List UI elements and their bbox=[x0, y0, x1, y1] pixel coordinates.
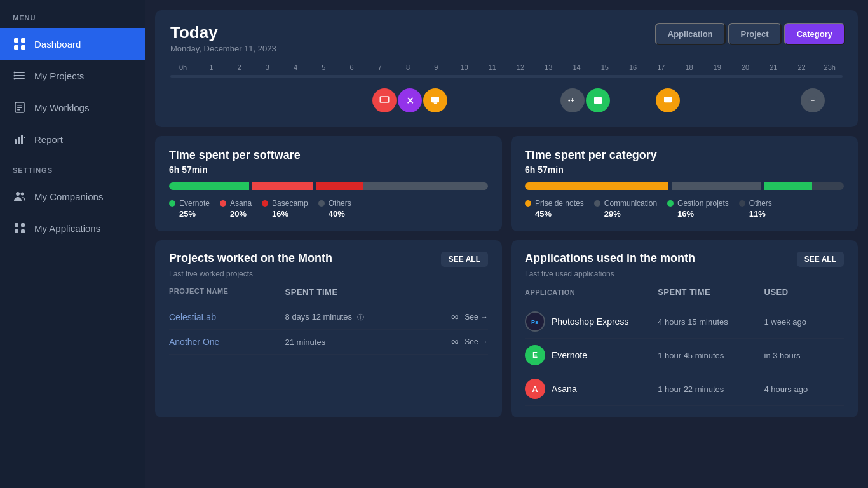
legend-notes-label: Prise de notes bbox=[535, 199, 584, 208]
applications-subtitle: Last five used applications bbox=[525, 269, 844, 278]
svg-rect-25 bbox=[381, 97, 388, 102]
sidebar-item-my-worklogs[interactable]: My Worklogs bbox=[0, 92, 145, 123]
today-card: Today Monday, December 11, 2023 Applicat… bbox=[155, 10, 858, 127]
hour-10: 10 bbox=[452, 64, 477, 71]
svg-rect-20 bbox=[15, 223, 18, 227]
software-seg-basecamp2 bbox=[316, 182, 363, 190]
sidebar-item-label: My Companions bbox=[34, 191, 103, 202]
sidebar-item-label: Dashboard bbox=[34, 39, 81, 50]
photoshop-spent: 4 hours 15 minutes bbox=[658, 317, 764, 327]
projects-table-header: PROJECT NAME SPENT TIME bbox=[169, 287, 488, 302]
legend-basecamp-label: Basecamp bbox=[272, 199, 308, 208]
svg-point-28 bbox=[568, 100, 570, 102]
svg-rect-1 bbox=[21, 38, 25, 43]
projects-see-all-button[interactable]: SEE ALL bbox=[441, 252, 488, 267]
svg-point-19 bbox=[21, 193, 24, 196]
project-name-celestialab[interactable]: CelestiaLab bbox=[169, 312, 285, 322]
time-per-category-card: Time spent per category 6h 57min Prise d… bbox=[511, 136, 858, 231]
sidebar-item-label: My Applications bbox=[34, 223, 100, 234]
sidebar-item-report[interactable]: Report bbox=[0, 123, 145, 155]
hour-18: 18 bbox=[677, 64, 702, 71]
project-actions-celestialab: ∞ See → bbox=[401, 311, 488, 323]
timeline: 0h 1 2 3 4 5 6 7 8 9 10 11 12 13 14 15 1… bbox=[170, 64, 843, 114]
hour-3: 3 bbox=[255, 64, 280, 71]
main-content: Today Monday, December 11, 2023 Applicat… bbox=[145, 0, 868, 488]
photoshop-avatar: Ps bbox=[525, 311, 545, 332]
applications-see-all-button[interactable]: SEE ALL bbox=[797, 252, 844, 267]
legend-others-sw: Others 40% bbox=[318, 199, 351, 219]
see-link-anotherone[interactable]: See → bbox=[465, 337, 488, 346]
project-actions-anotherone: ∞ See → bbox=[401, 336, 488, 348]
tab-category[interactable]: Category bbox=[784, 23, 845, 45]
hour-12: 12 bbox=[508, 64, 533, 71]
hour-11: 11 bbox=[480, 64, 505, 71]
table-row: E Evernote 1 hour 45 minutes in 3 hours bbox=[525, 339, 844, 372]
companions-icon bbox=[13, 189, 27, 203]
applications-icon bbox=[13, 221, 27, 235]
sidebar-item-my-projects[interactable]: My Projects bbox=[0, 60, 145, 92]
legend-others-cat-pct: 11% bbox=[739, 209, 772, 219]
app-asana: A Asana bbox=[525, 379, 658, 399]
svg-rect-13 bbox=[17, 109, 20, 111]
cat-seg-others bbox=[812, 182, 844, 190]
tab-project[interactable]: Project bbox=[728, 23, 782, 45]
photoshop-used: 1 week ago bbox=[764, 317, 844, 327]
legend-asana-label: Asana bbox=[230, 199, 252, 208]
timeline-dots: ✕ bbox=[170, 86, 843, 114]
col-project-spent: SPENT TIME bbox=[285, 287, 402, 297]
sidebar-item-label: My Projects bbox=[34, 71, 84, 81]
timeline-bar bbox=[170, 75, 843, 78]
activity-dot-6 bbox=[656, 88, 680, 112]
cat-seg-notes bbox=[525, 182, 668, 190]
worklogs-icon bbox=[13, 100, 27, 114]
activity-dot-4 bbox=[560, 88, 585, 112]
col-app-name: APPLICATION bbox=[525, 287, 658, 297]
tab-application[interactable]: Application bbox=[655, 23, 726, 45]
activity-dot-1 bbox=[372, 88, 397, 112]
software-seg-others bbox=[363, 182, 488, 190]
svg-rect-4 bbox=[15, 72, 25, 73]
see-link-celestialab[interactable]: See → bbox=[465, 313, 488, 322]
svg-rect-32 bbox=[664, 97, 672, 102]
today-date: Monday, December 11, 2023 bbox=[170, 44, 843, 53]
svg-rect-22 bbox=[15, 229, 18, 233]
sidebar-item-label: Report bbox=[34, 134, 63, 145]
menu-label: MENU bbox=[0, 0, 145, 28]
legend-others-cat-label: Others bbox=[749, 199, 772, 208]
info-icon: ⓘ bbox=[357, 313, 364, 321]
col-app-spent: SPENT TIME bbox=[658, 287, 764, 297]
hour-13: 13 bbox=[536, 64, 561, 71]
projects-subtitle: Last five worked projects bbox=[169, 269, 488, 278]
activity-dot-2: ✕ bbox=[398, 88, 422, 112]
cat-seg-gestion bbox=[764, 182, 811, 190]
dashboard-icon bbox=[13, 37, 27, 51]
hour-2: 2 bbox=[227, 64, 252, 71]
legend-comm-label: Communication bbox=[604, 199, 657, 208]
project-name-anotherone[interactable]: Another One bbox=[169, 337, 285, 347]
svg-rect-6 bbox=[15, 78, 25, 79]
legend-others-sw-pct: 40% bbox=[318, 209, 351, 219]
legend-notes-pct: 45% bbox=[525, 209, 584, 219]
sidebar-item-my-applications[interactable]: My Applications bbox=[0, 212, 145, 244]
svg-rect-0 bbox=[14, 38, 18, 43]
sidebar-item-dashboard[interactable]: Dashboard bbox=[0, 28, 145, 60]
table-row: A Asana 1 hour 22 minutes 4 hours ago bbox=[525, 372, 844, 406]
infinity-icon-2: ∞ bbox=[451, 336, 458, 348]
project-spent-celestialab: 8 days 12 minutes ⓘ bbox=[285, 312, 402, 322]
svg-rect-3 bbox=[21, 45, 25, 50]
timeline-hours: 0h 1 2 3 4 5 6 7 8 9 10 11 12 13 14 15 1… bbox=[170, 64, 843, 71]
legend-comm-pct: 29% bbox=[594, 209, 657, 219]
sidebar-item-my-companions[interactable]: My Companions bbox=[0, 180, 145, 212]
category-legend: Prise de notes 45% Communication 29% Ges… bbox=[525, 199, 844, 219]
time-per-software-card: Time spent per software 6h 57min Evernot… bbox=[155, 136, 502, 231]
today-tabs: Application Project Category bbox=[653, 23, 845, 45]
svg-text:Ps: Ps bbox=[531, 319, 538, 325]
svg-rect-26 bbox=[431, 97, 439, 102]
svg-rect-15 bbox=[18, 137, 20, 144]
evernote-spent: 1 hour 45 minutes bbox=[658, 351, 764, 360]
svg-rect-17 bbox=[24, 137, 25, 138]
app-photoshop: Ps Photoshop Express bbox=[525, 311, 658, 332]
legend-basecamp-pct: 16% bbox=[262, 209, 308, 219]
category-bar bbox=[525, 182, 844, 190]
cat-seg-comm bbox=[672, 182, 761, 190]
